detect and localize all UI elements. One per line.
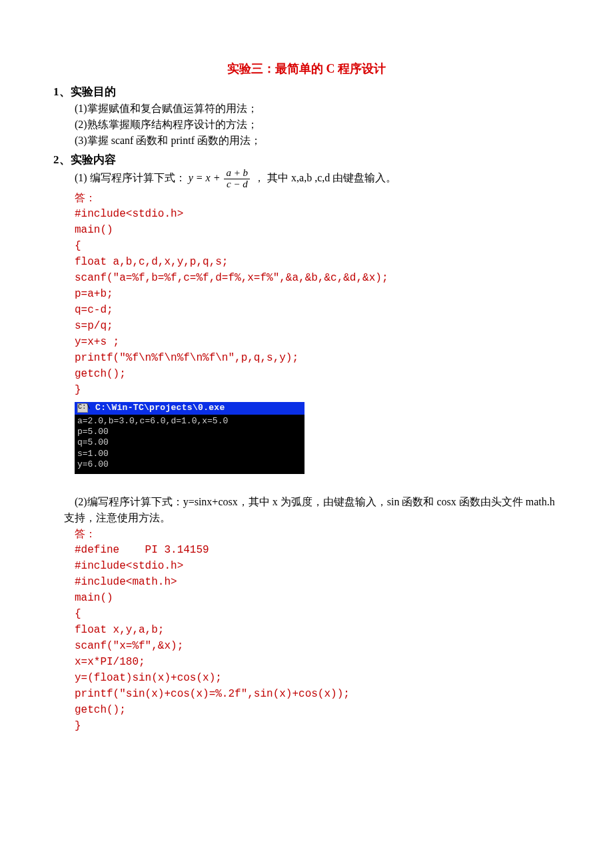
equals-sign: = xyxy=(193,172,206,183)
section-1-head: 1、实验目的 xyxy=(53,83,560,101)
spacer xyxy=(53,474,560,494)
page-title: 实验三：最简单的 C 程序设计 xyxy=(53,60,560,78)
console-output: a=2.0,b=3.0,c=6.0,d=1.0,x=5.0 p=5.00 q=5… xyxy=(75,415,305,474)
question-2: (2)编写程序计算下式：y=sinx+cosx，其中 x 为弧度，由键盘输入，s… xyxy=(53,494,560,734)
answer-label: 答： xyxy=(75,190,560,206)
page: 实验三：最简单的 C 程序设计 1、实验目的 (1)掌握赋值和复合赋值运算符的用… xyxy=(0,0,613,868)
console-window: C:\ C:\Win-TC\projects\0.exe a=2.0,b=3.0… xyxy=(75,402,305,475)
q1-formula: y = x + a + bc − d xyxy=(189,172,254,183)
q1-prompt: (1) 编写程序计算下式： y = x + a + bc − d ， 其中 x,… xyxy=(75,168,560,190)
q1-prefix: (1) 编写程序计算下式： xyxy=(75,172,186,183)
section-2-head: 2、实验内容 xyxy=(53,151,560,169)
console-titlebar: C:\ C:\Win-TC\projects\0.exe xyxy=(75,402,305,415)
fraction-denominator: c − d xyxy=(224,179,250,190)
q2-code: #define PI 3.14159 #include<stdio.h> #in… xyxy=(75,542,560,734)
q1-code: #include<stdio.h> main() { float a,b,c,d… xyxy=(75,206,560,398)
console-title-text: C:\Win-TC\projects\0.exe xyxy=(90,403,225,413)
list-item: (1)掌握赋值和复合赋值运算符的用法； xyxy=(75,101,560,117)
formula-x: x xyxy=(206,172,211,183)
answer-label: 答： xyxy=(75,526,560,542)
list-item: (2)熟练掌握顺序结构程序设计的方法； xyxy=(75,117,560,133)
fraction-numerator: a + b xyxy=(224,168,250,179)
formula-lhs: y xyxy=(189,172,193,183)
console-system-icon: C:\ xyxy=(77,403,88,413)
section-1-body: (1)掌握赋值和复合赋值运算符的用法； (2)熟练掌握顺序结构程序设计的方法； … xyxy=(53,101,560,149)
q2-prompt: (2)编写程序计算下式：y=sinx+cosx，其中 x 为弧度，由键盘输入，s… xyxy=(64,494,560,526)
q1-suffix: ， 其中 x,a,b ,c,d 由键盘输入。 xyxy=(254,172,396,183)
fraction: a + bc − d xyxy=(224,168,250,190)
question-1: (1) 编写程序计算下式： y = x + a + bc − d ， 其中 x,… xyxy=(53,168,560,474)
plus-sign: + xyxy=(211,172,223,183)
list-item: (3)掌握 scanf 函数和 printf 函数的用法； xyxy=(75,133,560,149)
